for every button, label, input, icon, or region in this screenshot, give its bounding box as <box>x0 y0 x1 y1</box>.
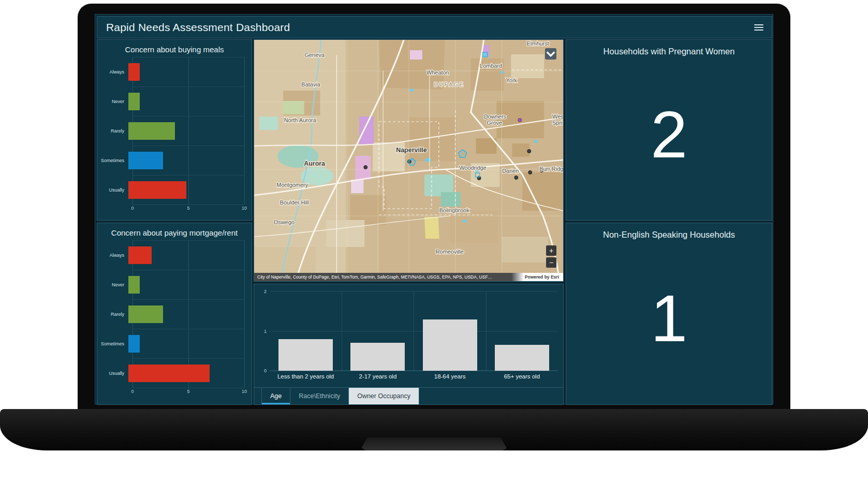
bar-always[interactable] <box>128 63 140 81</box>
tab-race-ethnicity[interactable]: Race\Ethnicity <box>290 388 349 404</box>
chart-title: Concern about buying meals <box>97 40 252 54</box>
chart-row: Sometimes <box>97 329 252 358</box>
map-attribution-text: City of Naperville, County of DuPage, Es… <box>254 274 492 280</box>
page-title: Rapid Needs Assessment Dashboard <box>97 17 772 38</box>
bar-usually[interactable] <box>128 181 186 199</box>
category-label: Sometimes <box>97 341 128 346</box>
category-label: Rarely <box>97 128 128 134</box>
category-label: Never <box>97 99 128 104</box>
category-label: Never <box>97 282 128 287</box>
age-x-axis: Less than 2 years old2-17 years old18-64… <box>270 373 558 380</box>
zoom-in-button[interactable]: + <box>546 245 556 256</box>
bar-always[interactable] <box>128 246 152 264</box>
map-label-aurora: Aurora <box>304 160 326 167</box>
map-label-dupage: DUPAGE <box>434 82 464 88</box>
map-attribution-bar: City of Naperville, County of DuPage, Es… <box>254 273 563 281</box>
category-label: Usually <box>97 187 128 193</box>
bar-65-years-old[interactable] <box>495 345 549 371</box>
map-label-north-aurora: North Aurora <box>284 117 317 123</box>
category-label: Always <box>97 69 128 75</box>
map-label-oswego: Oswego <box>274 219 295 225</box>
bar-track <box>128 63 244 81</box>
category-label: Less than 2 years old <box>270 373 342 380</box>
bar-slot <box>414 291 486 371</box>
panel-concern-buying-meals: Concern about buying meals AlwaysNeverRa… <box>97 39 252 221</box>
map-label-grove: Grove <box>487 120 503 126</box>
bar-track <box>128 335 244 353</box>
bar-sometimes[interactable] <box>128 335 140 353</box>
x-tick: 10 <box>242 206 247 211</box>
bar-rarely[interactable] <box>128 122 175 140</box>
map-label-romeoville: Romeoville <box>436 249 464 255</box>
tab-age[interactable]: Age <box>261 388 290 404</box>
chart-row: Usually <box>97 175 252 205</box>
bar-track <box>128 181 244 199</box>
category-label: 65+ years old <box>486 373 558 380</box>
panel-non-english-indicator: Non-English Speaking Households 1 <box>566 223 772 405</box>
x-tick: 5 <box>187 389 189 394</box>
chart-row: Sometimes <box>97 145 252 175</box>
bar-track <box>128 305 244 323</box>
zoom-out-button[interactable]: − <box>546 257 556 268</box>
chart-row: Always <box>97 57 252 86</box>
category-label: Usually <box>97 371 128 376</box>
map-label-york: York <box>506 77 518 83</box>
bar-track <box>128 276 244 294</box>
tab-owner-occupancy[interactable]: Owner Occupancy <box>349 388 419 404</box>
panel-concern-mortgage-rent: Concern about paying mortgage/rent Alway… <box>97 223 252 405</box>
panel-age-chart: 012 Less than 2 years old2-17 years old1… <box>254 284 564 405</box>
bar-usually[interactable] <box>128 365 210 382</box>
hamburger-menu-icon[interactable] <box>754 24 763 31</box>
bar-slot <box>342 291 414 371</box>
map-label-darien: Darien <box>502 168 519 174</box>
indicator-value: 1 <box>566 236 772 400</box>
chart-row: Always <box>97 240 252 270</box>
y-tick: 2 <box>264 289 267 294</box>
map-label-lombard: Lombard <box>480 63 502 69</box>
chart-row: Never <box>97 86 252 116</box>
bar-sometimes[interactable] <box>128 152 163 169</box>
bar-track <box>128 246 244 264</box>
category-label: Rarely <box>97 312 128 317</box>
bar-track <box>128 122 244 140</box>
panel-map: Geneva Elmhurst Wheaton Lombard Batavia … <box>254 39 564 282</box>
bar-2-17-years-old[interactable] <box>350 343 405 371</box>
age-chart: 012 Less than 2 years old2-17 years old1… <box>254 284 563 387</box>
map-label-boulder-hill: Boulder Hill <box>280 199 309 206</box>
category-label: Sometimes <box>97 158 128 163</box>
laptop-mockup: Rapid Needs Assessment Dashboard Concern… <box>0 0 868 481</box>
map[interactable]: Geneva Elmhurst Wheaton Lombard Batavia … <box>254 40 563 274</box>
map-label-bolingbrook: Bolingbrook <box>439 207 469 213</box>
bar-rarely[interactable] <box>128 305 163 323</box>
bar-track <box>128 365 244 382</box>
indicator-value: 2 <box>566 52 772 216</box>
mortgage-chart: AlwaysNeverRarelySometimesUsually <box>97 240 252 388</box>
bar-never[interactable] <box>128 276 140 294</box>
dashboard-header: Rapid Needs Assessment Dashboard <box>97 16 772 38</box>
mortgage-x-axis: 0510 <box>133 389 244 397</box>
powered-by-esri: Powered by Esri <box>511 273 563 281</box>
chart-row: Rarely <box>97 299 252 329</box>
bar-never[interactable] <box>128 93 140 110</box>
panel-pregnant-women-indicator: Households with Pregnant Women 2 <box>566 39 772 221</box>
category-label: 2-17 years old <box>342 373 414 380</box>
tab-bar: AgeRace\EthnicityOwner Occupancy <box>254 387 563 404</box>
laptop-screen-bezel: Rapid Needs Assessment Dashboard Concern… <box>78 4 790 413</box>
category-label: Always <box>97 253 128 258</box>
laptop-lip <box>360 438 508 450</box>
dashboard: Rapid Needs Assessment Dashboard Concern… <box>95 14 773 404</box>
bar-less-than-2-years-old[interactable] <box>278 339 333 371</box>
bar-18-64-years[interactable] <box>423 319 477 371</box>
chart-title: Concern about paying mortgage/rent <box>97 223 252 237</box>
x-tick: 0 <box>131 206 134 211</box>
x-tick: 10 <box>242 389 247 394</box>
map-label-naperville: Naperville <box>396 147 427 154</box>
bar-slot <box>486 291 558 371</box>
laptop-base <box>0 409 868 450</box>
map-label-batavia: Batavia <box>301 81 320 88</box>
y-tick: 0 <box>264 368 267 373</box>
chart-row: Rarely <box>97 116 252 145</box>
map-label-wheaton: Wheaton <box>426 69 449 76</box>
chart-row: Never <box>97 270 252 299</box>
map-collapse-button[interactable] <box>545 48 556 60</box>
